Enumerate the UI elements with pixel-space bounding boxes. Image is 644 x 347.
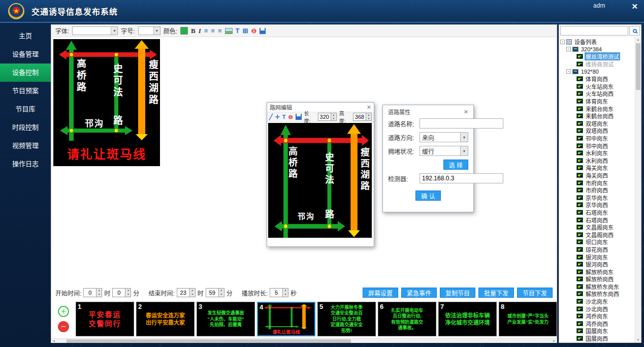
duration-stepper[interactable]: ▲▼ bbox=[270, 288, 288, 297]
select-detector-button[interactable]: 选 择 bbox=[443, 160, 468, 170]
duration-input[interactable] bbox=[270, 289, 282, 297]
sidebar-item[interactable]: 时段控制 bbox=[0, 118, 51, 137]
tree-device-item[interactable]: 解放桥东岗东 bbox=[559, 283, 635, 291]
tree-device-item[interactable]: 火车站岗西 bbox=[559, 90, 635, 98]
tree-device-item[interactable]: 石塔岗西 bbox=[559, 216, 635, 224]
height-input[interactable] bbox=[353, 113, 366, 120]
tree-device-item[interactable]: 双塔岗西 bbox=[559, 127, 635, 135]
tree-device-item[interactable]: 维扬商测试 bbox=[559, 60, 635, 68]
confirm-button[interactable]: 确 认 bbox=[415, 191, 440, 201]
action-button[interactable]: 节目下发 bbox=[517, 288, 553, 298]
tree-device-item[interactable]: 海关岗东 bbox=[559, 164, 635, 172]
tree-device-item[interactable]: 水利岗西 bbox=[559, 157, 635, 165]
tree-device-item[interactable]: 坝口岗东 bbox=[559, 238, 635, 246]
end-hour-input[interactable] bbox=[177, 289, 189, 297]
action-button[interactable]: 屏幕设置 bbox=[363, 288, 398, 298]
color-swatch[interactable] bbox=[180, 27, 188, 35]
tree-device-item[interactable]: 解放桥岗西 bbox=[559, 275, 635, 283]
start-minute-stepper[interactable]: ▲▼ bbox=[112, 288, 131, 297]
close-window-icon[interactable]: ✕ bbox=[631, 2, 638, 11]
scrollbar-thumb[interactable] bbox=[636, 43, 640, 90]
tree-device-item[interactable]: 市府岗东 bbox=[559, 179, 635, 186]
step-up-icon[interactable]: ▲ bbox=[366, 113, 371, 117]
sidebar-item[interactable]: 视频管理 bbox=[0, 137, 51, 155]
bold-icon[interactable]: B bbox=[191, 27, 196, 34]
start-hour-stepper[interactable]: ▲▼ bbox=[83, 288, 102, 297]
step-down-icon[interactable]: ▼ bbox=[283, 293, 288, 297]
length-stepper[interactable]: ▲▼ bbox=[318, 113, 337, 121]
add-cross-icon[interactable]: ✛ bbox=[275, 114, 280, 120]
scroll-up-icon[interactable]: ▲ bbox=[635, 37, 641, 42]
close-icon[interactable]: ✕ bbox=[367, 104, 371, 111]
delete-program-button[interactable]: − bbox=[58, 321, 69, 332]
step-down-icon[interactable]: ▼ bbox=[190, 293, 195, 297]
sidebar-item[interactable]: 节目库 bbox=[0, 100, 51, 118]
tree-device-item[interactable]: 银河岗东 bbox=[559, 253, 635, 261]
tree-group[interactable]: -192*80 bbox=[559, 68, 635, 75]
sidebar-item[interactable]: 主页 bbox=[0, 27, 51, 45]
step-up-icon[interactable]: ▲ bbox=[125, 289, 131, 293]
length-input[interactable] bbox=[318, 113, 331, 120]
insert-image-icon[interactable] bbox=[225, 28, 233, 34]
tree-device-item[interactable]: 邗中岗西 bbox=[559, 142, 635, 149]
vertical-scrollbar[interactable]: ▲ ▼ bbox=[635, 37, 641, 342]
tree-device-item[interactable]: 海关岗西 bbox=[559, 172, 635, 179]
tree-device-item[interactable]: 体育岗东 bbox=[559, 98, 635, 105]
action-button[interactable]: 紧急事件 bbox=[401, 288, 437, 298]
tree-device-item[interactable]: 鸿乔岗东 bbox=[559, 312, 635, 320]
tree-device-item[interactable]: 火车站岗东 bbox=[559, 83, 635, 90]
align-left-icon[interactable]: ≡ bbox=[204, 27, 208, 34]
collapse-toggle-icon[interactable]: - bbox=[566, 47, 571, 51]
tree-root[interactable]: -设备列表 bbox=[559, 38, 635, 46]
tree-device-item[interactable]: 邗中岗东 bbox=[559, 135, 635, 142]
step-down-icon[interactable]: ▼ bbox=[331, 117, 336, 120]
end-minute-input[interactable] bbox=[206, 289, 218, 297]
logged-in-user[interactable]: adm bbox=[593, 2, 605, 9]
program-thumbnail[interactable]: 7依法治理非标车辆净化城市交通环境 bbox=[438, 302, 497, 336]
sidebar-item[interactable]: 设备管理 bbox=[0, 45, 51, 64]
close-icon[interactable]: ✕ bbox=[464, 109, 468, 115]
remove-icon[interactable]: ⊖ bbox=[251, 27, 256, 34]
collapse-toggle-icon[interactable]: - bbox=[566, 69, 571, 74]
font-size-select[interactable]: ▼ bbox=[138, 26, 160, 35]
tree-device-item[interactable]: 体育岗西 bbox=[559, 75, 635, 83]
action-button[interactable]: 批量下发 bbox=[478, 288, 514, 298]
align-right-icon[interactable]: ≡ bbox=[218, 27, 222, 34]
tree-device-item[interactable]: 文昌阁岗东 bbox=[559, 224, 635, 231]
end-hour-stepper[interactable]: ▲▼ bbox=[177, 288, 196, 297]
road-direction-select[interactable]: 来向 ▼ bbox=[420, 132, 468, 142]
tree-device-item[interactable]: 来鹤台岗东 bbox=[559, 105, 635, 112]
tree-device-item[interactable]: 解放桥岗东 bbox=[559, 268, 635, 275]
scrollbar-thumb[interactable] bbox=[67, 339, 351, 343]
sidebar-item[interactable]: 操作日志 bbox=[0, 155, 51, 173]
tree-device-item[interactable]: 银河岗西 bbox=[559, 261, 635, 268]
program-thumbnail[interactable]: 1平安春运交警同行 bbox=[76, 302, 134, 336]
step-up-icon[interactable]: ▲ bbox=[190, 289, 195, 293]
tree-device-item[interactable]: 沙北岗西 bbox=[559, 305, 635, 312]
tree-device-item[interactable]: 水利岗东 bbox=[559, 149, 635, 157]
device-search-input[interactable] bbox=[560, 26, 628, 36]
road-map-canvas[interactable]: 高桥路 史可法 路 邗沟 瘦西湖路 bbox=[268, 123, 372, 238]
program-thumbnail[interactable]: 3发生轻微交通事故“人未伤、车能动”先拍照、后撤离 bbox=[197, 302, 255, 336]
end-minute-stepper[interactable]: ▲▼ bbox=[206, 288, 224, 297]
action-button[interactable]: 复制节目 bbox=[440, 288, 475, 298]
program-thumbnail[interactable]: 8城市创建“严”字当头产业发展“实”处发力 bbox=[499, 302, 557, 336]
step-down-icon[interactable]: ▼ bbox=[219, 293, 224, 297]
step-down-icon[interactable]: ▼ bbox=[96, 293, 102, 297]
align-center-icon[interactable]: ≡ bbox=[211, 27, 215, 34]
draw-line-icon[interactable]: ╱ bbox=[269, 114, 273, 120]
sidebar-item[interactable]: 设备控制 bbox=[0, 64, 51, 82]
step-up-icon[interactable]: ▲ bbox=[96, 289, 102, 293]
tree-device-item[interactable]: 琼花岗西 bbox=[559, 246, 635, 254]
horizontal-scrollbar[interactable]: ◄ ► bbox=[51, 338, 557, 343]
sidebar-item[interactable]: 节目预案 bbox=[0, 82, 51, 100]
start-minute-input[interactable] bbox=[113, 289, 125, 297]
step-up-icon[interactable]: ▲ bbox=[219, 289, 224, 293]
tree-device-item[interactable]: 京华岗西 bbox=[559, 201, 635, 209]
collapse-toggle-icon[interactable]: - bbox=[560, 40, 565, 44]
tree-group[interactable]: -320*384 bbox=[559, 46, 635, 53]
step-up-icon[interactable]: ▲ bbox=[283, 289, 288, 293]
text-tool-icon[interactable]: T bbox=[282, 114, 286, 120]
program-thumbnail[interactable]: 6扎实开展电动车百日整治行动,有效预防道路交通事故。 bbox=[378, 302, 436, 336]
tree-device-item[interactable]: 双塔岗东 bbox=[559, 120, 635, 128]
